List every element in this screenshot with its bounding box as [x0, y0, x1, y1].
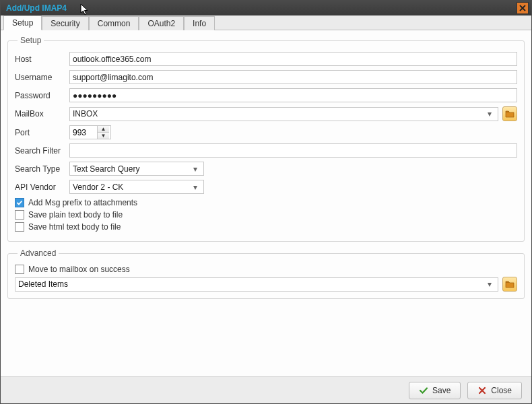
- save-button[interactable]: Save: [409, 382, 461, 399]
- password-input[interactable]: [69, 88, 517, 102]
- checkbox-icon: [15, 222, 24, 232]
- x-icon: [477, 386, 487, 395]
- chevron-down-icon: ▾: [190, 164, 201, 174]
- check-savehtml[interactable]: Save html text body to file: [15, 222, 517, 232]
- port-label: Port: [15, 128, 65, 137]
- tab-security[interactable]: Security: [42, 16, 88, 30]
- checkbox-icon: [15, 198, 24, 207]
- chevron-down-icon: ▾: [484, 279, 495, 289]
- save-button-label: Save: [432, 386, 451, 395]
- port-spinner[interactable]: ▲ ▼: [69, 125, 111, 139]
- searchtype-value: Text Search Query: [73, 164, 139, 174]
- tab-pane-setup: Setup Host Username Password MailBox INB…: [1, 30, 531, 376]
- close-button-label: Close: [491, 386, 512, 395]
- searchtype-label: Search Type: [15, 164, 65, 174]
- mailbox-value: INBOX: [73, 109, 98, 119]
- tab-common[interactable]: Common: [89, 16, 139, 30]
- apivendor-label: API Vendor: [15, 182, 65, 192]
- check-msgprefix[interactable]: Add Msg prefix to attachments: [15, 198, 517, 207]
- mailbox-browse-button[interactable]: [502, 106, 517, 121]
- close-button[interactable]: Close: [467, 382, 522, 399]
- check-savehtml-label: Save html text body to file: [28, 222, 121, 232]
- advanced-legend: Advanced: [18, 248, 59, 258]
- check-move[interactable]: Move to mailbox on success: [15, 265, 517, 274]
- apivendor-combo[interactable]: Vendor 2 - CK ▾: [69, 180, 204, 194]
- folder-icon: [505, 279, 514, 289]
- checkbox-icon: [15, 210, 24, 220]
- setup-group: Setup Host Username Password MailBox INB…: [7, 36, 525, 242]
- chevron-down-icon: ▾: [484, 109, 495, 119]
- close-icon: [519, 5, 526, 11]
- setup-legend: Setup: [18, 36, 44, 45]
- dialog-footer: Save Close: [1, 376, 531, 403]
- dialog-window: Add/Upd IMAP4 Setup Security Common OAut…: [0, 0, 532, 404]
- check-saveplain-label: Save plain text body to file: [28, 210, 123, 220]
- tab-oauth2[interactable]: OAuth2: [139, 16, 184, 30]
- check-icon: [419, 386, 428, 395]
- mailbox-label: MailBox: [15, 109, 65, 119]
- searchtype-combo[interactable]: Text Search Query ▾: [69, 162, 204, 176]
- mailbox-combo[interactable]: INBOX ▾: [69, 107, 498, 121]
- chevron-down-icon: ▾: [190, 182, 201, 192]
- mouse-cursor-icon: [80, 3, 91, 17]
- moveto-browse-button[interactable]: [502, 277, 517, 292]
- spacer: [7, 306, 525, 371]
- apivendor-value: Vendor 2 - CK: [73, 182, 123, 192]
- window-title: Add/Upd IMAP4: [6, 3, 67, 13]
- window-close-button[interactable]: [517, 2, 529, 14]
- username-label: Username: [15, 73, 65, 82]
- port-input[interactable]: [70, 127, 97, 139]
- port-spin-down[interactable]: ▼: [98, 133, 109, 139]
- tab-info[interactable]: Info: [184, 16, 215, 30]
- titlebar: Add/Upd IMAP4: [1, 1, 531, 15]
- username-input[interactable]: [69, 70, 517, 84]
- check-move-label: Move to mailbox on success: [28, 265, 130, 274]
- password-label: Password: [15, 91, 65, 100]
- folder-icon: [505, 109, 514, 119]
- tabstrip: Setup Security Common OAuth2 Info: [1, 15, 531, 30]
- moveto-value: Deleted Items: [18, 279, 68, 289]
- host-input[interactable]: [69, 52, 517, 66]
- check-msgprefix-label: Add Msg prefix to attachments: [28, 198, 137, 207]
- tab-setup[interactable]: Setup: [3, 15, 42, 30]
- advanced-group: Advanced Move to mailbox on success Dele…: [7, 248, 525, 299]
- searchfilter-label: Search Filter: [15, 146, 65, 156]
- checkbox-icon: [15, 265, 24, 274]
- check-saveplain[interactable]: Save plain text body to file: [15, 210, 517, 220]
- moveto-combo[interactable]: Deleted Items ▾: [15, 277, 498, 292]
- port-spin-up[interactable]: ▲: [98, 126, 109, 133]
- host-label: Host: [15, 55, 65, 64]
- searchfilter-input[interactable]: [69, 143, 517, 158]
